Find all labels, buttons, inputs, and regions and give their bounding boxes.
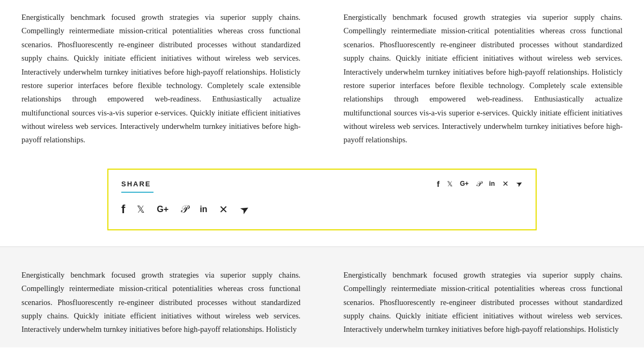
facebook-icon-inline[interactable]: f: [437, 179, 440, 188]
share-icons-large: f 𝕏 G+ 𝒫 in ✕ ➤: [121, 202, 523, 216]
googleplus-icon-inline[interactable]: G+: [460, 180, 469, 187]
xing-icon-inline[interactable]: ✕: [502, 179, 509, 188]
page-wrapper: Energistically benchmark focused growth …: [0, 0, 644, 347]
left-body-text: Energistically benchmark focused growth …: [21, 11, 301, 147]
left-column: Energistically benchmark focused growth …: [21, 11, 322, 147]
pinterest-icon-large[interactable]: 𝒫: [180, 203, 188, 215]
share-divider: [121, 192, 153, 193]
linkedin-icon-large[interactable]: in: [200, 205, 207, 214]
share-section: SHARE f 𝕏 G+ 𝒫 in ✕ ➤: [0, 163, 644, 246]
share-box: SHARE f 𝕏 G+ 𝒫 in ✕ ➤: [107, 169, 537, 230]
share-icons-inline: f 𝕏 G+ 𝒫 in ✕ ➤: [437, 179, 523, 188]
twitter-icon-inline[interactable]: 𝕏: [447, 180, 452, 188]
twitter-icon-large[interactable]: 𝕏: [137, 204, 145, 215]
bottom-right-column: Energistically benchmark focused growth …: [322, 268, 623, 337]
right-body-text: Energistically benchmark focused growth …: [343, 11, 623, 147]
share-header: SHARE f 𝕏 G+ 𝒫 in ✕ ➤: [121, 179, 523, 188]
facebook-icon-large[interactable]: f: [121, 202, 125, 216]
telegram-icon-inline[interactable]: ➤: [515, 178, 524, 189]
bottom-left-body-text: Energistically benchmark focused growth …: [21, 268, 301, 337]
xing-icon-large[interactable]: ✕: [219, 203, 228, 216]
share-label: SHARE: [121, 180, 151, 188]
telegram-icon-large[interactable]: ➤: [237, 201, 252, 217]
right-column: Energistically benchmark focused growth …: [322, 11, 623, 147]
pinterest-icon-inline[interactable]: 𝒫: [476, 179, 481, 188]
bottom-section: Energistically benchmark focused growth …: [0, 247, 644, 347]
bottom-left-column: Energistically benchmark focused growth …: [21, 268, 322, 337]
linkedin-icon-inline[interactable]: in: [489, 180, 495, 187]
bottom-right-body-text: Energistically benchmark focused growth …: [343, 268, 623, 337]
googleplus-icon-large[interactable]: G+: [157, 205, 169, 214]
top-section: Energistically benchmark focused growth …: [0, 0, 644, 163]
